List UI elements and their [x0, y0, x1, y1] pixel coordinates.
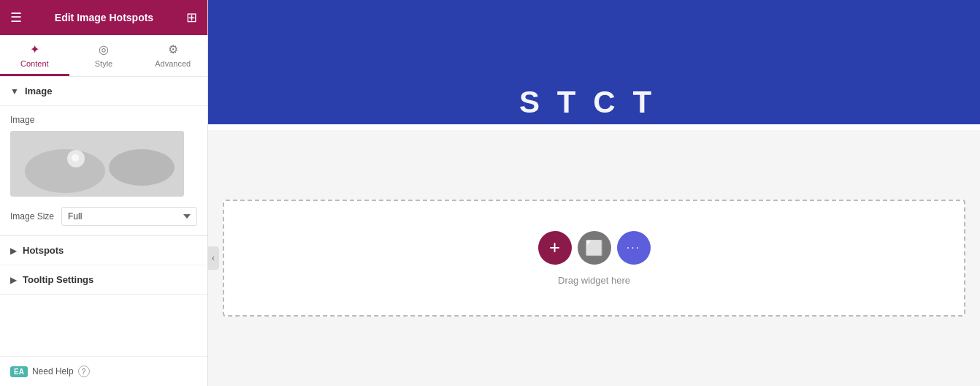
image-section-body: Image Image Size Full Large Medium Thumb…: [0, 106, 207, 235]
image-section-label: Image: [25, 86, 53, 96]
more-dots-icon: ···: [627, 241, 640, 254]
blue-text-overlay: S T C T: [208, 85, 980, 124]
drag-widget-area[interactable]: + ⬜ ··· Drag widget here: [223, 200, 965, 317]
tab-content[interactable]: ✦ Content: [0, 35, 69, 76]
left-panel: ☰ Edit Image Hotspots ⊞ ✦ Content ◎ Styl…: [0, 0, 208, 386]
panel-tabs: ✦ Content ◎ Style ⚙ Advanced: [0, 35, 207, 77]
advanced-tab-label: Advanced: [155, 59, 191, 68]
grid-button[interactable]: ⊞: [186, 10, 197, 26]
panel-footer: EA Need Help ?: [0, 356, 207, 386]
need-help-text[interactable]: Need Help: [32, 366, 74, 376]
content-tab-label: Content: [20, 59, 49, 68]
panel-body: ▼ Image Image Image Size Full Large: [0, 77, 207, 356]
plus-icon: +: [549, 236, 560, 259]
more-widget-button[interactable]: ···: [617, 231, 651, 265]
tooltip-chevron-right-icon: ▶: [10, 275, 17, 285]
image-size-select[interactable]: Full Large Medium Thumbnail: [61, 207, 197, 226]
hotspots-section-label: Hotspots: [23, 245, 64, 256]
image-chevron-down-icon: ▼: [10, 86, 19, 96]
image-field-label: Image: [10, 115, 197, 125]
panel-title: Edit Image Hotspots: [55, 12, 153, 23]
svg-point-2: [109, 149, 175, 186]
tooltip-section-header[interactable]: ▶ Tooltip Settings: [0, 265, 207, 295]
canvas-mid-area: ‹ + ⬜ ··· Drag widget here: [208, 130, 980, 386]
ea-badge: EA: [10, 366, 28, 377]
tab-advanced[interactable]: ⚙ Advanced: [138, 35, 207, 76]
hamburger-button[interactable]: ☰: [10, 10, 22, 26]
drag-widget-text: Drag widget here: [558, 275, 630, 286]
style-tab-icon: ◎: [99, 42, 109, 56]
image-size-row: Image Size Full Large Medium Thumbnail: [10, 207, 197, 226]
hamburger-icon: ☰: [10, 10, 22, 26]
tooltip-section-label: Tooltip Settings: [23, 274, 93, 285]
add-widget-button[interactable]: +: [538, 231, 572, 265]
svg-point-1: [25, 149, 105, 193]
canvas-area: S T C T ‹ + ⬜ ··· Drag widget here: [208, 0, 980, 386]
widget-buttons: + ⬜ ···: [538, 231, 651, 265]
grid-icon: ⊞: [186, 10, 197, 26]
hotspots-chevron-right-icon: ▶: [10, 246, 17, 256]
canvas-white-stripe: [208, 124, 980, 130]
hotspots-section-header[interactable]: ▶ Hotspots: [0, 235, 207, 265]
tab-style[interactable]: ◎ Style: [69, 35, 139, 76]
image-section-header[interactable]: ▼ Image: [0, 77, 207, 106]
folder-widget-button[interactable]: ⬜: [578, 231, 611, 265]
canvas-blue-header: S T C T: [208, 0, 980, 124]
help-icon[interactable]: ?: [78, 366, 90, 377]
blue-partial-text: S T C T: [519, 85, 669, 123]
collapse-chevron-left-icon: ‹: [212, 253, 215, 263]
panel-header: ☰ Edit Image Hotspots ⊞: [0, 0, 207, 35]
collapse-panel-button[interactable]: ‹: [208, 246, 219, 270]
image-placeholder-svg: [10, 131, 184, 197]
style-tab-label: Style: [95, 59, 112, 68]
image-size-label: Image Size: [10, 211, 54, 222]
svg-point-4: [72, 154, 79, 162]
folder-icon: ⬜: [585, 239, 603, 257]
image-preview[interactable]: [10, 131, 184, 197]
advanced-tab-icon: ⚙: [168, 42, 178, 56]
content-tab-icon: ✦: [30, 42, 39, 56]
